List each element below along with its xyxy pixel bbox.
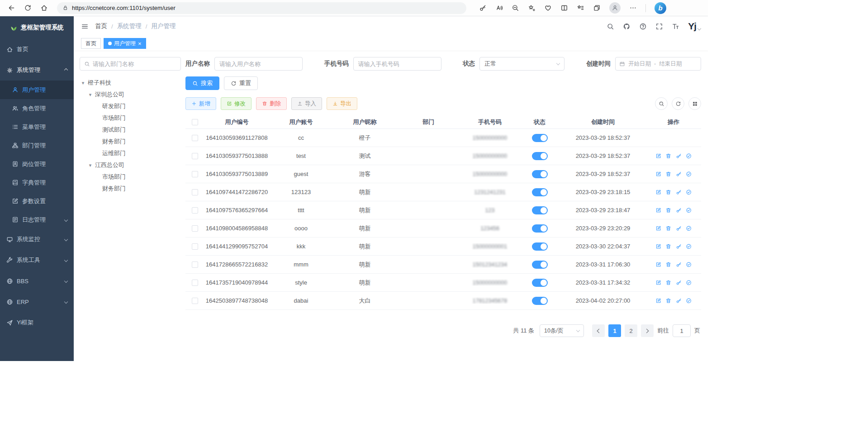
app-logo[interactable]: 意框架管理系统: [0, 16, 74, 39]
browser-essentials-icon[interactable]: [544, 4, 552, 12]
sidebar-item-dept[interactable]: 部门管理: [0, 136, 74, 155]
date-range-picker[interactable]: 开始日期 - 结束日期: [615, 57, 701, 71]
delete-row-icon[interactable]: [665, 298, 672, 304]
phone-input[interactable]: [353, 57, 441, 71]
row-checkbox[interactable]: [192, 280, 198, 286]
row-checkbox[interactable]: [192, 171, 198, 177]
reset-password-icon[interactable]: [676, 261, 682, 268]
status-toggle[interactable]: [532, 206, 548, 214]
next-page-button[interactable]: [641, 324, 654, 337]
tree-node-2[interactable]: 研发部门: [80, 100, 181, 112]
delete-row-icon[interactable]: [665, 261, 672, 268]
delete-row-icon[interactable]: [665, 207, 672, 214]
status-toggle[interactable]: [532, 242, 548, 251]
sidebar-item-dict[interactable]: 字典管理: [0, 173, 74, 192]
favorites-icon[interactable]: [577, 4, 584, 12]
page-button-1[interactable]: 1: [608, 324, 621, 337]
delete-row-icon[interactable]: [665, 280, 672, 286]
tree-node-4[interactable]: 测试部门: [80, 124, 181, 136]
status-toggle[interactable]: [532, 188, 548, 196]
export-button[interactable]: 导出: [327, 97, 357, 110]
sidebar-item-config[interactable]: 参数设置: [0, 192, 74, 210]
search-icon[interactable]: [607, 23, 614, 30]
read-aloud-icon[interactable]: [495, 4, 503, 12]
search-button[interactable]: 搜索: [185, 76, 219, 90]
reset-password-icon[interactable]: [676, 189, 682, 195]
reset-password-icon[interactable]: [676, 207, 682, 214]
tree-node-8[interactable]: 市场部门: [80, 171, 181, 183]
tree-node-3[interactable]: 市场部门: [80, 112, 181, 124]
dept-search-input[interactable]: [93, 61, 176, 67]
tree-node-6[interactable]: 运维部门: [80, 147, 181, 159]
sidebar-item-yi[interactable]: Yi框架: [0, 312, 74, 333]
close-tab-icon[interactable]: ×: [138, 41, 142, 47]
status-toggle[interactable]: [532, 134, 548, 142]
tree-node-7[interactable]: ▾江西总公司: [80, 159, 181, 171]
edit-row-icon[interactable]: [655, 225, 662, 232]
fullscreen-icon[interactable]: [655, 23, 663, 30]
sidebar-item-menu[interactable]: 菜单管理: [0, 118, 74, 136]
help-icon[interactable]: [639, 23, 647, 30]
sidebar-item-home[interactable]: 首页: [0, 39, 74, 60]
tree-node-9[interactable]: 财务部门: [80, 183, 181, 195]
assign-role-icon[interactable]: [686, 153, 692, 159]
edit-row-icon[interactable]: [655, 171, 662, 177]
breadcrumb-item-system[interactable]: 系统管理: [117, 22, 142, 30]
reset-button[interactable]: 重置: [224, 76, 258, 90]
tree-node-0[interactable]: ▾橙子科技: [80, 77, 181, 89]
status-select[interactable]: 正常: [479, 57, 564, 71]
status-toggle[interactable]: [532, 279, 548, 287]
select-all-checkbox[interactable]: [192, 119, 198, 125]
font-size-icon[interactable]: [672, 23, 679, 30]
row-checkbox[interactable]: [192, 135, 198, 141]
assign-role-icon[interactable]: [686, 171, 692, 177]
sidebar-item-monitor[interactable]: 系统监控: [0, 229, 74, 250]
prev-page-button[interactable]: [592, 324, 605, 337]
edit-row-icon[interactable]: [655, 153, 662, 159]
edit-row-icon[interactable]: [655, 243, 662, 250]
tree-node-5[interactable]: 财务部门: [80, 136, 181, 147]
add-favorite-icon[interactable]: [528, 4, 536, 12]
sidebar-item-role[interactable]: 角色管理: [0, 99, 74, 118]
profile-avatar[interactable]: [609, 2, 621, 14]
sidebar-item-bbs[interactable]: BBS: [0, 271, 74, 291]
row-checkbox[interactable]: [192, 243, 198, 250]
assign-role-icon[interactable]: [686, 225, 692, 232]
status-toggle[interactable]: [532, 152, 548, 160]
copilot-icon[interactable]: b: [655, 2, 666, 14]
edit-row-icon[interactable]: [655, 189, 662, 195]
reset-password-icon[interactable]: [676, 298, 682, 304]
reset-password-icon[interactable]: [676, 243, 682, 250]
row-checkbox[interactable]: [192, 225, 198, 232]
reset-password-icon[interactable]: [676, 280, 682, 286]
edit-button[interactable]: 修改: [221, 97, 251, 110]
add-button[interactable]: 新增: [185, 97, 216, 110]
sidebar-item-user[interactable]: 用户管理: [0, 81, 74, 99]
delete-row-icon[interactable]: [665, 189, 672, 195]
address-bar[interactable]: https://ccnetcore.com:1101/system/user: [57, 2, 466, 14]
row-checkbox[interactable]: [192, 207, 198, 214]
import-button[interactable]: 导入: [291, 97, 322, 110]
page-size-select[interactable]: 10条/页: [540, 324, 584, 337]
github-icon[interactable]: [623, 23, 631, 30]
sidebar-item-log[interactable]: 日志管理: [0, 210, 74, 229]
user-logo[interactable]: Yj: [688, 21, 701, 32]
edit-row-icon[interactable]: [655, 261, 662, 268]
status-toggle[interactable]: [532, 224, 548, 233]
refresh-table-button[interactable]: [672, 97, 684, 110]
delete-row-icon[interactable]: [665, 153, 672, 159]
reset-password-icon[interactable]: [676, 153, 682, 159]
delete-row-icon[interactable]: [665, 225, 672, 232]
assign-role-icon[interactable]: [686, 261, 692, 268]
reset-password-icon[interactable]: [676, 225, 682, 232]
page-button-2[interactable]: 2: [625, 324, 637, 337]
row-checkbox[interactable]: [192, 189, 198, 195]
edit-row-icon[interactable]: [655, 207, 662, 214]
edit-row-icon[interactable]: [655, 280, 662, 286]
delete-button[interactable]: 删除: [256, 97, 287, 110]
tree-node-1[interactable]: ▾深圳总公司: [80, 89, 181, 100]
assign-role-icon[interactable]: [686, 280, 692, 286]
username-input[interactable]: [214, 57, 303, 71]
sidebar-item-tool[interactable]: 系统工具: [0, 250, 74, 271]
sidebar-item-system[interactable]: 系统管理: [0, 60, 74, 81]
